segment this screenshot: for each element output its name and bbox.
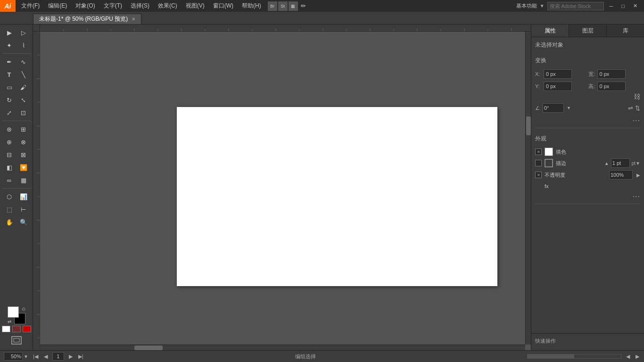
stroke-up-icon[interactable]: ▲ (604, 161, 609, 166)
horizontal-scroll-thumb[interactable] (134, 346, 163, 350)
constrain-proportions-icon[interactable]: ⛓ (634, 93, 640, 100)
menu-effect[interactable]: 效果(C) (154, 1, 181, 11)
search-input[interactable] (547, 2, 604, 10)
appearance-more-button[interactable]: ··· (633, 192, 640, 201)
perspective-grid-tool[interactable]: ⊟ (3, 148, 16, 161)
width-input[interactable] (597, 69, 626, 79)
stroke-value-input[interactable] (611, 158, 630, 168)
rotate-tool[interactable]: ↻ (3, 94, 16, 106)
type-tool[interactable]: T (3, 68, 16, 81)
live-paint-tool[interactable]: ⊗ (17, 136, 30, 148)
zoom-dropdown-icon[interactable]: ▼ (24, 354, 28, 359)
artboard-tool[interactable]: ⬚ (3, 203, 16, 215)
menu-object[interactable]: 对象(O) (72, 1, 99, 11)
blend-tool[interactable]: ∞ (3, 174, 16, 186)
tab-close-button[interactable]: ✕ (132, 16, 135, 22)
pen-tool[interactable]: ✒ (3, 56, 16, 68)
document-tab[interactable]: 未标题-1* @ 50% (RGB/GPU 预览) ✕ (33, 14, 141, 24)
close-button[interactable]: ✕ (630, 3, 640, 9)
opacity-checkbox[interactable]: ✕ (535, 172, 542, 178)
angle-dropdown-icon[interactable]: ▼ (567, 106, 571, 110)
ruler-top-svg (40, 25, 531, 32)
fill-swatch[interactable] (545, 148, 553, 156)
nav-next[interactable]: ▶ (68, 354, 74, 360)
vertical-scroll-thumb[interactable] (526, 116, 531, 135)
menu-help[interactable]: 帮助(H) (238, 1, 265, 11)
warp-tool[interactable]: ⤢ (3, 107, 16, 119)
horizontal-scrollbar[interactable] (40, 345, 525, 350)
gradient-tool[interactable]: ◧ (3, 161, 16, 173)
nav-scroll-left[interactable]: ◀ (625, 354, 631, 360)
symbol-tool[interactable]: ⬡ (3, 190, 16, 203)
ruler-corner (33, 25, 40, 32)
mesh-tool[interactable]: ⊠ (17, 148, 30, 161)
stroke-checkbox[interactable] (535, 160, 542, 166)
fill-color-mode[interactable] (2, 326, 10, 332)
restore-button[interactable]: □ (619, 3, 627, 9)
nav-prev[interactable]: ◀ (43, 354, 49, 360)
transform-more-button[interactable]: ··· (633, 116, 640, 125)
vertical-scrollbar[interactable] (525, 32, 531, 345)
perspective-tool[interactable]: ⊞ (17, 123, 30, 135)
menu-view[interactable]: 视图(V) (182, 1, 208, 11)
puppet-warp-tool[interactable]: ⊛ (3, 123, 16, 135)
line-tool[interactable]: ╲ (17, 68, 30, 81)
stock-icon[interactable]: St (278, 1, 288, 11)
nav-last[interactable]: ▶| (77, 354, 84, 360)
stroke-swatch[interactable] (545, 159, 553, 167)
tab-library[interactable]: 库 (607, 25, 644, 37)
flip-h-icon[interactable]: ⇌ (628, 105, 633, 112)
zoom-input[interactable] (4, 352, 23, 361)
direct-select-tool[interactable]: ▷ (17, 26, 30, 39)
slice-tool[interactable]: ⊢ (17, 203, 30, 215)
menu-window[interactable]: 窗口(W) (209, 1, 237, 11)
appearance-title: 外观 (535, 135, 546, 143)
hand-tool[interactable]: ✋ (3, 216, 16, 228)
free-transform-tool[interactable]: ⊡ (17, 107, 30, 119)
bridge-icon[interactable]: Br (268, 1, 277, 11)
workspace-dropdown-icon[interactable]: ▼ (540, 3, 545, 8)
fill-none-mode[interactable] (12, 326, 21, 332)
angle-input[interactable] (543, 103, 564, 113)
curvature-tool[interactable]: ∿ (17, 56, 30, 68)
reset-colors-icon[interactable]: ⊙ (22, 306, 25, 312)
scale-tool[interactable]: ⤡ (17, 94, 30, 106)
page-input[interactable] (52, 352, 64, 361)
y-input[interactable] (544, 82, 572, 91)
grid-icon[interactable]: ▦ (289, 1, 298, 11)
menu-select[interactable]: 选择(S) (127, 1, 153, 11)
menu-file[interactable]: 文件(F) (17, 1, 43, 11)
h-label: 高: (588, 83, 595, 90)
x-input[interactable] (544, 69, 572, 79)
eyedropper-tool[interactable]: 🔽 (17, 161, 30, 173)
height-input[interactable] (597, 82, 626, 91)
flip-v-icon[interactable]: ⇅ (635, 105, 640, 112)
nav-first[interactable]: |◀ (32, 354, 39, 360)
shape-builder-tool[interactable]: ⊕ (3, 136, 16, 148)
lasso-tool[interactable]: ⌇ (17, 39, 30, 51)
menu-edit[interactable]: 编辑(E) (44, 1, 71, 11)
bar-chart-tool[interactable]: ▦ (17, 174, 30, 186)
opacity-input[interactable] (609, 170, 633, 180)
zoom-tool[interactable]: 🔍 (17, 216, 30, 228)
rect-tool[interactable]: ▭ (3, 81, 16, 93)
foreground-color-swatch[interactable] (8, 306, 19, 318)
column-graph-tool[interactable]: 📊 (17, 190, 30, 203)
artboard-icon-bottom[interactable] (10, 336, 23, 346)
tab-layers[interactable]: 图层 (569, 25, 607, 37)
menu-text[interactable]: 文字(T) (100, 1, 126, 11)
tab-properties[interactable]: 属性 (531, 25, 569, 37)
brush-icon[interactable]: ✏ (299, 1, 308, 11)
nav-scroll-right[interactable]: ▶ (635, 354, 640, 360)
magic-wand-tool[interactable]: ✦ (3, 39, 16, 51)
minimize-button[interactable]: ─ (607, 3, 616, 9)
fx-label[interactable]: fx (544, 181, 549, 193)
paintbrush-tool[interactable]: 🖌 (17, 81, 30, 93)
fill-checkbox[interactable]: ✕ (535, 148, 542, 155)
swap-colors-icon[interactable]: ⇄ (8, 319, 11, 324)
angle-icon: ∠ (535, 105, 540, 111)
stroke-unit-dropdown[interactable]: pt▼ (632, 161, 640, 166)
opacity-arrow[interactable]: ▶ (636, 173, 640, 178)
fill-gradient-mode[interactable] (23, 326, 31, 332)
select-tool[interactable]: ▶ (3, 26, 16, 39)
